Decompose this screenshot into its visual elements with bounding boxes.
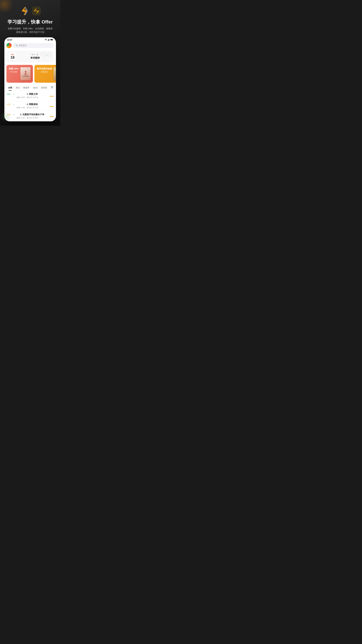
daily-title: 单词规律 [18, 56, 51, 60]
book-card-info-1: 剑指 Offer 官方授权 [9, 67, 19, 73]
dot [44, 52, 44, 53]
tab-database[interactable]: 数据库 [21, 85, 31, 90]
dot [49, 55, 50, 56]
book-card-title-1: 剑指 Offer [9, 67, 19, 70]
problem-item-2[interactable]: 中等 ✓ 2. 两数相加 解题 4,394 通过率 39.11 [4, 101, 56, 111]
dot [49, 52, 50, 53]
check-icon-1: ✓ [12, 93, 15, 96]
dot [48, 52, 49, 53]
dot [41, 55, 41, 56]
battery-icon [50, 38, 53, 41]
wifi-icon [44, 38, 47, 41]
check-icon-2: ✓ [12, 103, 15, 106]
problem-info-3: 3. 无重复字符的最长子串 解题 4,351 通过率 35.99% [16, 113, 48, 119]
status-time: 13:37 [7, 39, 12, 41]
dot [44, 56, 44, 56]
tab-all[interactable]: 全部 [6, 85, 14, 90]
pass-rate-3: 通过率 35.99% [27, 117, 38, 119]
signal-icon [48, 38, 50, 41]
leetcode-logo [20, 6, 30, 16]
dot-active [47, 55, 47, 56]
solved-label-2: 解题 4,394 [16, 106, 25, 109]
dot [49, 54, 50, 54]
filter-icon[interactable] [50, 85, 54, 90]
search-bar[interactable]: 🔍 搜索题目 [13, 43, 54, 48]
problem-list: 简单 ✓ 1. 两数之和 解题 8,525 通过率 49.57 [4, 91, 56, 121]
filter-tabs: 全部 算法 数据库 Shell 多线程 [4, 84, 56, 91]
dot [41, 54, 41, 54]
difficulty-3: 中等 [7, 113, 11, 116]
problem-meta-2: 解题 4,394 通过率 39.11% [16, 106, 48, 109]
logo-area [3, 6, 57, 16]
status-bar: 13:37 [4, 37, 56, 42]
problem-bar-1 [49, 96, 54, 96]
problem-title-2: 2. 两数相加 [16, 103, 48, 106]
dot [47, 52, 47, 53]
problem-title-3: 3. 无重复字符的最长子串 [16, 113, 48, 116]
problem-info-2: 2. 两数相加 解题 4,394 通过率 39.11% [16, 103, 48, 109]
dot [51, 56, 51, 56]
tab-shell[interactable]: Shell [31, 85, 39, 90]
tab-multithread[interactable]: 多线程 [39, 85, 49, 90]
dot [41, 52, 41, 53]
check-icon-3: ✓ [12, 113, 15, 116]
app-header: 🔍 搜索题目 [4, 42, 56, 50]
dot [42, 52, 43, 53]
difficulty-1: 简单 [7, 93, 11, 96]
dot [42, 55, 43, 56]
problem-item-1[interactable]: 简单 ✓ 1. 两数之和 解题 8,525 通过率 49.57 [4, 91, 56, 101]
problem-info-1: 1. 两数之和 解题 8,525 通过率 49.57% [16, 93, 48, 99]
svg-rect-9 [51, 86, 53, 87]
dot [51, 55, 51, 56]
dot [47, 56, 47, 56]
solved-label-1: 解题 8,525 [16, 96, 25, 99]
date-box: DEC 16 [9, 53, 16, 60]
pass-rate-2: 通过率 39.11% [27, 106, 38, 109]
dot [44, 55, 44, 56]
dot [47, 54, 47, 54]
dot [51, 52, 51, 53]
dot [45, 56, 46, 56]
svg-rect-4 [49, 39, 49, 40]
dot [51, 54, 51, 54]
solved-label-3: 解题 4,351 [16, 117, 25, 119]
dot [45, 55, 46, 56]
problem-item-3[interactable]: 中等 ✓ 3. 无重复字符的最长子串 解题 4,351 通过率 [4, 111, 56, 121]
book-card-title-2: 程序员面试金典 [37, 67, 52, 70]
svg-rect-3 [48, 40, 49, 40]
book-cover-2: 程序员 面试金典 (第6版) CRACKING THE CODING INTER… [53, 67, 56, 80]
hero-subtitle: 免费力扣题库、剑指 Offer、企业精选，海量资源装进口袋，无时无处不力扣 [7, 27, 53, 34]
svg-rect-11 [51, 88, 52, 88]
dot-grid [41, 52, 52, 56]
app-icon [32, 6, 41, 15]
dot [42, 54, 43, 54]
svg-rect-2 [48, 40, 48, 40]
app-logo-small [6, 43, 12, 48]
svg-rect-7 [51, 39, 52, 40]
hero-section: 学习提升，快拿 Offer 免费力扣题库、剑指 Offer、企业精选，海量资源装… [0, 0, 60, 126]
tab-algorithm[interactable]: 算法 [14, 85, 21, 90]
book-card-subtitle-1: 官方授权 [9, 71, 19, 73]
problem-title-1: 1. 两数之和 [16, 93, 48, 96]
search-placeholder: 搜索题目 [19, 44, 27, 47]
daily-question-card[interactable]: DEC 16 每日一题 单词规律 [6, 51, 54, 62]
book-card-jianzhi[interactable]: 剑指 Offer 官方授权 剑 指 Offer 企业面试真题精讲 [6, 65, 33, 83]
difficulty-2: 中等 [7, 103, 11, 106]
svg-rect-10 [51, 87, 53, 88]
search-icon: 🔍 [15, 44, 18, 46]
book-card-subtitle-2: 独家授权 [37, 71, 52, 73]
book-cards-section: 剑指 Offer 官方授权 剑 指 Offer 企业面试真题精讲 [4, 64, 56, 84]
date-day: 16 [10, 55, 15, 60]
problem-bar-3 [49, 116, 54, 117]
dot [42, 56, 43, 56]
book-card-interview[interactable]: 程序员面试金典 独家授权 程序员 面试金典 (第6版) CRACKING THE… [34, 65, 56, 83]
problem-meta-3: 解题 4,351 通过率 35.99% [16, 117, 48, 119]
svg-rect-5 [49, 39, 50, 40]
status-icons [44, 38, 53, 41]
problem-bar-2 [49, 106, 54, 107]
book-card-info-2: 程序员面试金典 独家授权 [37, 67, 52, 73]
dot [45, 54, 46, 54]
hero-title: 学习提升，快拿 Offer [3, 19, 57, 25]
dot [48, 56, 49, 56]
pass-rate-1: 通过率 49.57% [27, 96, 38, 99]
